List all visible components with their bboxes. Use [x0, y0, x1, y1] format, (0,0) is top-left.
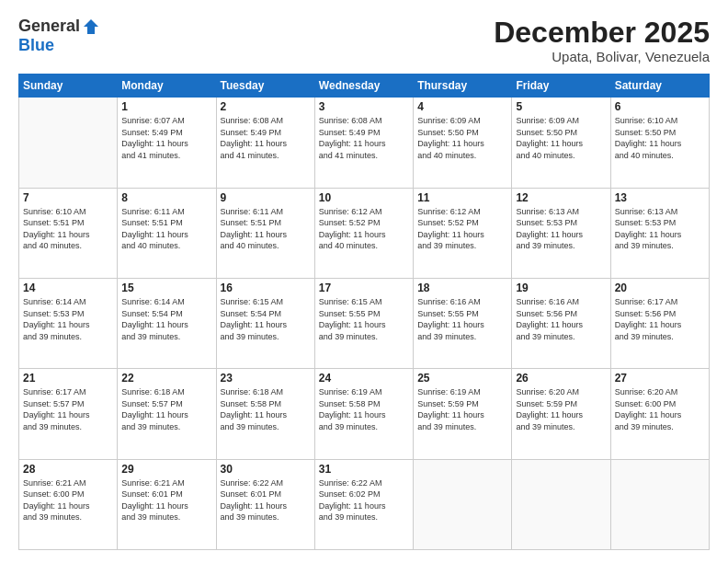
- day-number: 6: [615, 100, 705, 113]
- calendar-cell: 10Sunrise: 6:12 AMSunset: 5:52 PMDayligh…: [314, 188, 413, 278]
- calendar-week-2: 7Sunrise: 6:10 AMSunset: 5:51 PMDaylight…: [19, 188, 710, 278]
- calendar-table: SundayMondayTuesdayWednesdayThursdayFrid…: [18, 74, 710, 550]
- day-number: 13: [615, 191, 705, 204]
- calendar-cell: 9Sunrise: 6:11 AMSunset: 5:51 PMDaylight…: [216, 188, 314, 278]
- day-number: 27: [615, 372, 705, 385]
- logo-icon: [82, 17, 100, 36]
- calendar-cell: 31Sunrise: 6:22 AMSunset: 6:02 PMDayligh…: [314, 459, 413, 549]
- day-info: Sunrise: 6:20 AMSunset: 6:00 PMDaylight:…: [615, 386, 705, 432]
- calendar-cell: 6Sunrise: 6:10 AMSunset: 5:50 PMDaylight…: [610, 98, 709, 188]
- day-number: 1: [121, 100, 211, 113]
- day-number: 7: [23, 191, 113, 204]
- calendar-cell: 11Sunrise: 6:12 AMSunset: 5:52 PMDayligh…: [414, 188, 512, 278]
- calendar-cell: [19, 98, 118, 188]
- calendar-header-sunday: Sunday: [19, 75, 118, 98]
- day-info: Sunrise: 6:13 AMSunset: 5:53 PMDaylight:…: [615, 206, 705, 252]
- calendar-cell: 5Sunrise: 6:09 AMSunset: 5:50 PMDaylight…: [512, 98, 610, 188]
- location-title: Upata, Bolivar, Venezuela: [494, 49, 710, 64]
- day-number: 19: [516, 282, 606, 294]
- title-block: December 2025 Upata, Bolivar, Venezuela: [494, 17, 710, 64]
- day-number: 30: [221, 463, 311, 476]
- calendar-header-thursday: Thursday: [414, 75, 512, 98]
- day-info: Sunrise: 6:15 AMSunset: 5:55 PMDaylight:…: [319, 296, 409, 342]
- day-info: Sunrise: 6:19 AMSunset: 5:59 PMDaylight:…: [417, 386, 507, 432]
- day-number: 23: [221, 372, 311, 385]
- day-info: Sunrise: 6:17 AMSunset: 5:56 PMDaylight:…: [615, 296, 705, 342]
- calendar-cell: 25Sunrise: 6:19 AMSunset: 5:59 PMDayligh…: [414, 369, 512, 459]
- calendar-cell: 26Sunrise: 6:20 AMSunset: 5:59 PMDayligh…: [512, 369, 610, 459]
- day-info: Sunrise: 6:22 AMSunset: 6:02 PMDaylight:…: [319, 477, 409, 523]
- day-info: Sunrise: 6:07 AMSunset: 5:49 PMDaylight:…: [121, 115, 211, 161]
- day-number: 5: [516, 100, 606, 113]
- day-number: 8: [121, 191, 211, 204]
- day-info: Sunrise: 6:14 AMSunset: 5:54 PMDaylight:…: [121, 296, 211, 342]
- calendar-cell: 14Sunrise: 6:14 AMSunset: 5:53 PMDayligh…: [19, 278, 118, 368]
- day-number: 11: [417, 191, 507, 204]
- calendar-cell: 23Sunrise: 6:18 AMSunset: 5:58 PMDayligh…: [216, 369, 314, 459]
- day-info: Sunrise: 6:08 AMSunset: 5:49 PMDaylight:…: [221, 115, 311, 161]
- calendar-header-friday: Friday: [512, 75, 610, 98]
- day-info: Sunrise: 6:20 AMSunset: 5:59 PMDaylight:…: [516, 386, 606, 432]
- day-info: Sunrise: 6:15 AMSunset: 5:54 PMDaylight:…: [221, 296, 311, 342]
- calendar-header-row: SundayMondayTuesdayWednesdayThursdayFrid…: [19, 75, 710, 98]
- calendar-cell: 3Sunrise: 6:08 AMSunset: 5:49 PMDaylight…: [314, 98, 413, 188]
- page: General Blue December 2025 Upata, Boliva…: [0, 0, 728, 563]
- day-info: Sunrise: 6:09 AMSunset: 5:50 PMDaylight:…: [417, 115, 507, 161]
- day-info: Sunrise: 6:09 AMSunset: 5:50 PMDaylight:…: [516, 115, 606, 161]
- day-number: 9: [221, 191, 311, 204]
- calendar-cell: 13Sunrise: 6:13 AMSunset: 5:53 PMDayligh…: [610, 188, 709, 278]
- calendar-cell: 22Sunrise: 6:18 AMSunset: 5:57 PMDayligh…: [118, 369, 216, 459]
- calendar-week-1: 1Sunrise: 6:07 AMSunset: 5:49 PMDaylight…: [19, 98, 710, 188]
- calendar-header-saturday: Saturday: [610, 75, 709, 98]
- day-info: Sunrise: 6:21 AMSunset: 6:00 PMDaylight:…: [23, 477, 113, 523]
- calendar-cell: 1Sunrise: 6:07 AMSunset: 5:49 PMDaylight…: [118, 98, 216, 188]
- day-number: 12: [516, 191, 606, 204]
- calendar-cell: 15Sunrise: 6:14 AMSunset: 5:54 PMDayligh…: [118, 278, 216, 368]
- calendar-week-4: 21Sunrise: 6:17 AMSunset: 5:57 PMDayligh…: [19, 369, 710, 459]
- svg-marker-0: [84, 19, 98, 34]
- day-number: 20: [615, 282, 705, 294]
- day-info: Sunrise: 6:16 AMSunset: 5:55 PMDaylight:…: [417, 296, 507, 342]
- day-number: 2: [221, 100, 311, 113]
- calendar-cell: 28Sunrise: 6:21 AMSunset: 6:00 PMDayligh…: [19, 459, 118, 549]
- day-info: Sunrise: 6:18 AMSunset: 5:57 PMDaylight:…: [121, 386, 211, 432]
- calendar-cell: 21Sunrise: 6:17 AMSunset: 5:57 PMDayligh…: [19, 369, 118, 459]
- calendar-cell: 19Sunrise: 6:16 AMSunset: 5:56 PMDayligh…: [512, 278, 610, 368]
- day-info: Sunrise: 6:21 AMSunset: 6:01 PMDaylight:…: [121, 477, 211, 523]
- logo: General Blue: [18, 17, 100, 55]
- calendar-week-5: 28Sunrise: 6:21 AMSunset: 6:00 PMDayligh…: [19, 459, 710, 549]
- calendar-cell: 20Sunrise: 6:17 AMSunset: 5:56 PMDayligh…: [610, 278, 709, 368]
- day-number: 18: [417, 282, 507, 294]
- calendar-cell: 29Sunrise: 6:21 AMSunset: 6:01 PMDayligh…: [118, 459, 216, 549]
- logo-blue-text: Blue: [18, 36, 54, 55]
- day-info: Sunrise: 6:22 AMSunset: 6:01 PMDaylight:…: [221, 477, 311, 523]
- calendar-cell: 12Sunrise: 6:13 AMSunset: 5:53 PMDayligh…: [512, 188, 610, 278]
- day-number: 25: [417, 372, 507, 385]
- calendar-cell: [414, 459, 512, 549]
- day-info: Sunrise: 6:10 AMSunset: 5:51 PMDaylight:…: [23, 206, 113, 252]
- day-info: Sunrise: 6:11 AMSunset: 5:51 PMDaylight:…: [121, 206, 211, 252]
- day-info: Sunrise: 6:11 AMSunset: 5:51 PMDaylight:…: [221, 206, 311, 252]
- day-info: Sunrise: 6:17 AMSunset: 5:57 PMDaylight:…: [23, 386, 113, 432]
- calendar-cell: 24Sunrise: 6:19 AMSunset: 5:58 PMDayligh…: [314, 369, 413, 459]
- day-info: Sunrise: 6:08 AMSunset: 5:49 PMDaylight:…: [319, 115, 409, 161]
- day-info: Sunrise: 6:14 AMSunset: 5:53 PMDaylight:…: [23, 296, 113, 342]
- day-info: Sunrise: 6:12 AMSunset: 5:52 PMDaylight:…: [417, 206, 507, 252]
- day-info: Sunrise: 6:18 AMSunset: 5:58 PMDaylight:…: [221, 386, 311, 432]
- calendar-cell: 8Sunrise: 6:11 AMSunset: 5:51 PMDaylight…: [118, 188, 216, 278]
- calendar-cell: [610, 459, 709, 549]
- day-info: Sunrise: 6:19 AMSunset: 5:58 PMDaylight:…: [319, 386, 409, 432]
- day-number: 15: [121, 282, 211, 294]
- calendar-cell: 30Sunrise: 6:22 AMSunset: 6:01 PMDayligh…: [216, 459, 314, 549]
- calendar-cell: 17Sunrise: 6:15 AMSunset: 5:55 PMDayligh…: [314, 278, 413, 368]
- day-info: Sunrise: 6:12 AMSunset: 5:52 PMDaylight:…: [319, 206, 409, 252]
- calendar-cell: 18Sunrise: 6:16 AMSunset: 5:55 PMDayligh…: [414, 278, 512, 368]
- day-number: 24: [319, 372, 409, 385]
- day-number: 17: [319, 282, 409, 294]
- day-number: 31: [319, 463, 409, 476]
- logo-general-text: General: [18, 17, 80, 36]
- day-number: 28: [23, 463, 113, 476]
- day-info: Sunrise: 6:16 AMSunset: 5:56 PMDaylight:…: [516, 296, 606, 342]
- calendar-cell: 2Sunrise: 6:08 AMSunset: 5:49 PMDaylight…: [216, 98, 314, 188]
- day-number: 4: [417, 100, 507, 113]
